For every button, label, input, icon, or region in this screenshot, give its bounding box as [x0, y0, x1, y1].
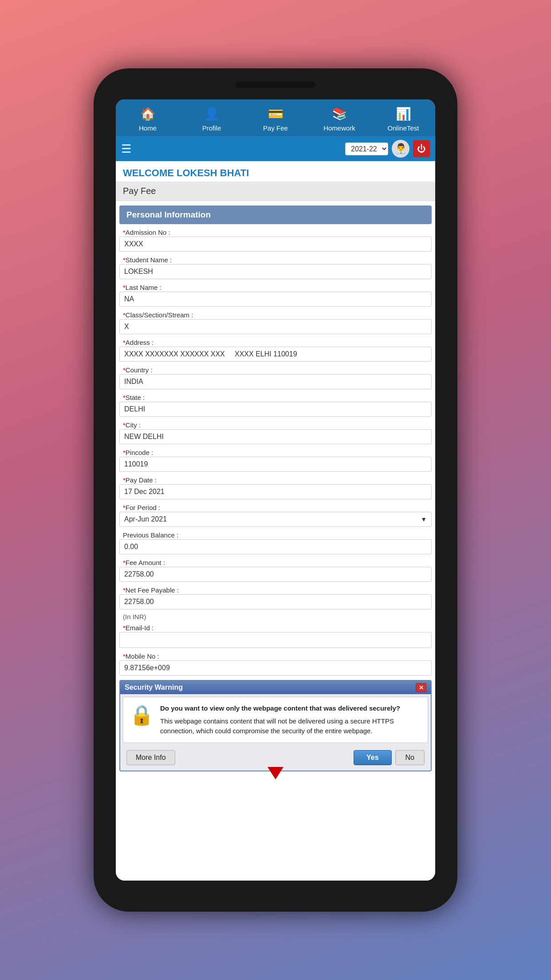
header-bar: ☰ 2021-22 2020-21 👨‍💼 ⏻: [116, 136, 435, 161]
label-student-name: *Student Name :: [116, 254, 435, 264]
value-address: XXXX XXXXXXX XXXXXX XXX XXXX ELHI 110019: [119, 347, 432, 362]
security-dialog-overlay: Security Warning ✕ 🔒 Do you want to view…: [119, 680, 432, 771]
yes-button[interactable]: Yes: [354, 750, 392, 765]
nav-label-onlinetest: OnlineTest: [388, 124, 419, 132]
nav-item-home[interactable]: 🏠 Home: [116, 99, 180, 136]
label-for-period: *For Period :: [116, 502, 435, 512]
nav-item-homework[interactable]: 📚 Homework: [307, 99, 371, 136]
welcome-text: WELCOME LOKESH BHATI: [116, 161, 435, 182]
label-net-fee: *Net Fee Payable :: [116, 585, 435, 594]
nav-item-profile[interactable]: 👤 Profile: [180, 99, 244, 136]
dialog-content: 🔒 Do you want to view only the webpage c…: [123, 697, 428, 743]
value-student-name: LOKESH: [119, 264, 432, 279]
value-country: INDIA: [119, 374, 432, 389]
phone-screen: 🏠 Home 👤 Profile 💳 Pay Fee 📚 Homework 📊 …: [116, 99, 435, 881]
payfee-icon: 💳: [266, 104, 285, 123]
label-city: *City :: [116, 419, 435, 429]
top-nav: 🏠 Home 👤 Profile 💳 Pay Fee 📚 Homework 📊 …: [116, 99, 435, 136]
label-pincode: *Pincode :: [116, 447, 435, 457]
page-title: Pay Fee: [116, 182, 435, 201]
lock-icon: 🔒: [130, 703, 154, 727]
for-period-text: Apr-Jun 2021: [124, 515, 167, 523]
more-info-button[interactable]: More Info: [126, 750, 175, 765]
label-admission-no: *Admission No :: [116, 227, 435, 237]
nav-label-payfee: Pay Fee: [263, 124, 288, 132]
value-mobile: 9.87156e+009: [119, 660, 432, 676]
label-fee-amount: *Fee Amount :: [116, 557, 435, 567]
label-mobile: *Mobile No :: [116, 651, 435, 660]
label-address: *Address :: [116, 337, 435, 347]
home-icon: 🏠: [138, 104, 157, 123]
nav-label-home: Home: [139, 124, 157, 132]
dialog-title-text: Security Warning: [125, 684, 183, 692]
header-right: 2021-22 2020-21 👨‍💼 ⏻: [345, 140, 430, 158]
dialog-close-button[interactable]: ✕: [416, 683, 426, 692]
value-prev-balance: 0.00: [119, 539, 432, 554]
value-last-name: NA: [119, 292, 432, 307]
red-arrow-indicator: [268, 767, 283, 779]
dialog-description: This webpage contains content that will …: [160, 716, 421, 736]
value-fee-amount: 22758.00: [119, 567, 432, 582]
nav-item-onlinetest[interactable]: 📊 OnlineTest: [371, 99, 435, 136]
label-email: *Email-Id :: [116, 622, 435, 632]
label-last-name: *Last Name :: [116, 282, 435, 292]
dropdown-arrow-icon: ▼: [421, 516, 427, 523]
value-email[interactable]: [119, 632, 432, 648]
profile-icon: 👤: [202, 104, 221, 123]
in-inr-label: (In INR): [116, 612, 435, 622]
value-pincode: 110019: [119, 457, 432, 472]
section-header-personal: Personal Information: [119, 205, 432, 224]
phone-shell: 🏠 Home 👤 Profile 💳 Pay Fee 📚 Homework 📊 …: [94, 68, 457, 912]
value-for-period[interactable]: Apr-Jun 2021 ▼: [119, 512, 432, 527]
year-select[interactable]: 2021-22 2020-21: [345, 142, 388, 155]
nav-label-profile: Profile: [202, 124, 221, 132]
dialog-main-question: Do you want to view only the webpage con…: [160, 703, 421, 714]
power-button[interactable]: ⏻: [413, 140, 430, 157]
homework-icon: 📚: [330, 104, 349, 123]
value-state: DELHI: [119, 402, 432, 417]
dialog-text: Do you want to view only the webpage con…: [160, 703, 421, 736]
nav-label-homework: Homework: [323, 124, 355, 132]
hamburger-menu[interactable]: ☰: [121, 142, 131, 156]
dialog-title-bar: Security Warning ✕: [120, 681, 431, 694]
avatar-icon: 👨‍💼: [392, 140, 409, 158]
nav-item-payfee[interactable]: 💳 Pay Fee: [244, 99, 307, 136]
value-net-fee: 22758.00: [119, 594, 432, 609]
security-dialog: Security Warning ✕ 🔒 Do you want to view…: [119, 680, 432, 771]
value-class-section: X: [119, 319, 432, 334]
no-button[interactable]: No: [395, 750, 425, 765]
label-pay-date: *Pay Date :: [116, 474, 435, 484]
yes-no-buttons: Yes No: [354, 750, 425, 765]
value-admission-no: XXXX: [119, 237, 432, 252]
label-prev-balance: Previous Balance :: [116, 530, 435, 539]
value-city: NEW DELHI: [119, 429, 432, 444]
onlinetest-icon: 📊: [394, 104, 413, 123]
value-pay-date: 17 Dec 2021: [119, 484, 432, 499]
label-class-section: *Class/Section/Stream :: [116, 309, 435, 319]
label-country: *Country :: [116, 364, 435, 374]
label-state: *State :: [116, 392, 435, 402]
content-area: WELCOME LOKESH BHATI Pay Fee Personal In…: [116, 161, 435, 881]
